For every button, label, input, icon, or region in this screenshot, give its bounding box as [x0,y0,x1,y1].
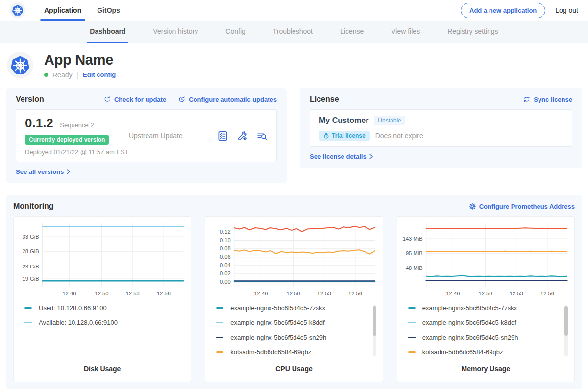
customer-name: My Customer [319,116,368,125]
top-nav: Application GitOps Add a new application… [0,0,588,21]
tab-dashboard[interactable]: Dashboard [76,21,139,43]
channel-badge: Unstable [374,116,405,125]
license-card-title: License [310,95,339,104]
check-for-update-link[interactable]: Check for update [103,96,166,103]
legend-item: example-nginx-5bc6f5d4c5-k8ddf [216,319,377,326]
disk-usage-title: Disk Usage [19,363,186,377]
legend-swatch [216,307,223,309]
memory-chart-canvas: 143 MiB95 MiB48 MiB12:4612:5012:5312:56 [402,220,569,299]
license-details-box: My Customer Unstable Trial license Does … [310,109,572,147]
sync-license-link[interactable]: Sync license [523,96,572,103]
see-all-versions-link[interactable]: See all versions [16,168,70,175]
svg-text:0.02: 0.02 [220,270,231,276]
config-wrench-icon[interactable] [237,130,248,142]
legend-swatch [216,337,223,338]
svg-text:12:53: 12:53 [318,291,331,296]
legend-item: example-nginx-5bc6f5d4c5-7zskx [216,304,377,312]
tab-version-history[interactable]: Version history [139,21,212,43]
svg-text:95 MiB: 95 MiB [406,250,423,256]
refresh-icon [103,96,111,103]
svg-text:143 MiB: 143 MiB [402,236,422,242]
cpu-usage-chart-card: 0.120.100.080.060.040.020.0012:4612:5012… [205,216,383,382]
tab-registry-settings[interactable]: Registry settings [434,21,512,43]
series-line-example-nginx-5bc6f5d4c5-7zskx [426,276,566,276]
legend-scrollbar-thumb[interactable] [564,306,568,336]
chevron-right-icon [369,154,373,159]
cpu-usage-title: CPU Usage [210,363,377,377]
dashboard-main: Version Check for update [0,88,588,389]
tab-troubleshoot[interactable]: Troubleshoot [259,21,326,43]
add-new-application-button[interactable]: Add a new application [461,3,545,18]
status-divider: | [76,71,78,79]
legend-swatch [408,351,416,353]
memory-usage-title: Memory Usage [402,363,569,377]
svg-text:12:46: 12:46 [62,291,76,296]
svg-text:12:53: 12:53 [509,291,523,296]
legend-scrollbar-track [564,305,568,356]
svg-text:12:46: 12:46 [446,291,460,296]
memory-usage-plot: 143 MiB95 MiB48 MiB12:4612:5012:5312:56 [402,220,569,299]
memory-usage-chart-card: 143 MiB95 MiB48 MiB12:4612:5012:5312:56 … [397,216,575,382]
legend-label: Available: 10.128.0.66:9100 [39,319,118,326]
app-sub-nav: Dashboard Version history Config Trouble… [0,21,588,43]
disk-usage-plot: 33 GiB28 GiB23 GiB19 GiB12:4612:5012:531… [19,220,186,299]
legend-item: example-nginx-5bc6f5d4c5-sn29h [408,334,569,341]
license-expiry-label: Does not expire [375,132,423,140]
configure-automatic-updates-link[interactable]: Configure automatic updates [178,96,277,103]
tab-config[interactable]: Config [212,21,259,43]
ready-status-dot [44,73,48,77]
series-line [234,226,375,232]
legend-swatch [216,322,223,323]
app-header: App Name Ready | Edit config [0,43,588,87]
tab-license[interactable]: License [326,21,377,43]
series-line-kotsadm-5db6dc6584-69qbz [426,251,566,252]
svg-text:48 MiB: 48 MiB [406,265,423,271]
legend-label: example-nginx-5bc6f5d4c5-7zskx [230,304,325,312]
configure-prometheus-link[interactable]: Configure Prometheus Address [468,202,575,210]
tab-application[interactable]: Application [36,0,89,21]
legend-label: kotsadm-5db6dc6584-69qbz [422,348,503,356]
legend-swatch [408,337,416,338]
sync-arrows-icon [523,96,531,103]
version-number: 0.1.2 [25,116,53,130]
current-version-box: 0.1.2 Sequence 2 Currently deployed vers… [16,109,277,162]
legend-label: example-nginx-5bc6f5d4c5-sn29h [230,334,326,341]
svg-text:12:56: 12:56 [348,291,362,296]
svg-text:0.08: 0.08 [220,245,231,251]
clock-refresh-icon [178,96,186,103]
svg-text:0.00: 0.00 [220,279,231,285]
legend-swatch [408,322,416,323]
log-out-button[interactable]: Log out [555,6,578,14]
edit-config-link[interactable]: Edit config [83,71,116,78]
svg-text:33 GiB: 33 GiB [23,234,39,240]
gear-icon [468,202,476,210]
cpu-usage-plot: 0.120.100.080.060.040.020.0012:4612:5012… [210,220,377,299]
view-logs-icon[interactable] [256,130,268,142]
top-nav-tabs: Application GitOps [36,0,128,21]
legend-scrollbar-thumb[interactable] [373,306,376,336]
kubernetes-app-icon [9,54,31,76]
chevron-right-icon [67,169,70,174]
legend-item: Used: 10.128.0.66:9100 [24,304,186,312]
svg-text:12:56: 12:56 [157,291,171,296]
cpu-chart-canvas: 0.120.100.080.060.040.020.0012:4612:5012… [210,220,377,299]
legend-label: example-nginx-5bc6f5d4c5-sn29h [422,334,518,341]
version-card-title: Version [16,95,44,104]
series-line-kotsadm-5db6dc6584-69qbz [234,250,375,254]
tab-view-files[interactable]: View files [377,21,434,43]
legend-swatch [216,351,223,353]
version-card: Version Check for update [6,88,287,183]
kubernetes-logo-icon [11,4,24,17]
legend-item: kotsadm-5db6dc6584-69qbz [216,348,377,356]
series-line [426,228,566,228]
svg-text:12:53: 12:53 [126,291,140,296]
legend-item: example-nginx-5bc6f5d4c5-k8ddf [408,319,569,326]
svg-text:0.12: 0.12 [220,229,231,235]
see-license-details-link[interactable]: See license details [310,153,373,160]
tab-gitops[interactable]: GitOps [89,0,128,21]
svg-text:0.10: 0.10 [220,237,231,243]
legend-item: example-nginx-5bc6f5d4c5-7zskx [408,304,569,312]
disk-chart-canvas: 33 GiB28 GiB23 GiB19 GiB12:4612:5012:531… [19,220,186,299]
svg-text:19 GiB: 19 GiB [23,276,39,282]
preflight-checks-icon[interactable] [217,130,228,142]
